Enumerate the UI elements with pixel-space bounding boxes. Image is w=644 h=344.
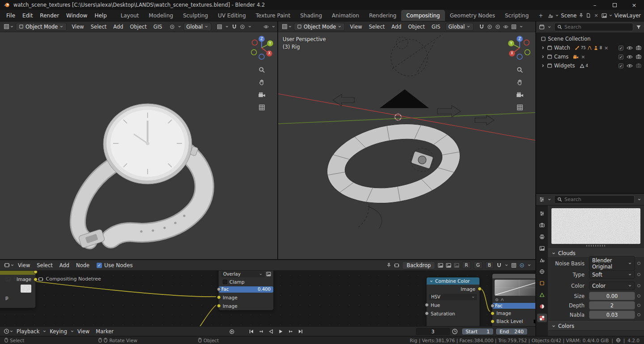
tab-compositing[interactable]: Compositing — [401, 10, 445, 21]
tab-rendering[interactable]: Rendering — [364, 10, 401, 21]
outliner-search[interactable] — [554, 23, 633, 31]
new-scene-icon[interactable] — [586, 13, 591, 18]
zoom-icon[interactable] — [258, 67, 265, 73]
texture-preview[interactable] — [551, 208, 640, 244]
menu-file[interactable]: File — [3, 10, 19, 21]
minimize-button[interactable]: – — [585, 0, 605, 10]
expand-icon[interactable] — [541, 63, 545, 68]
image-alpha-icon[interactable] — [446, 263, 451, 268]
jump-to-end-button[interactable] — [296, 328, 305, 336]
eye-icon[interactable] — [627, 63, 633, 68]
render-layers-node[interactable]: Image p — [0, 271, 36, 308]
tab-view-layer[interactable] — [537, 244, 547, 252]
jump-to-start-button[interactable] — [247, 328, 255, 336]
properties-search[interactable] — [554, 195, 635, 204]
curve-widget[interactable] — [495, 280, 535, 296]
socket-out[interactable] — [34, 271, 38, 274]
tab-modeling[interactable]: Modeling — [144, 10, 178, 21]
magnet-icon[interactable] — [496, 263, 502, 268]
tab-uv-editing[interactable]: UV Editing — [213, 10, 251, 21]
current-frame-field[interactable]: 3 — [416, 328, 450, 335]
viewlayer-selector[interactable]: ViewLayer — [602, 13, 641, 19]
menu-select[interactable]: Select — [88, 24, 110, 30]
pan-hand-icon[interactable] — [517, 79, 523, 86]
image-input-socket[interactable] — [217, 295, 221, 299]
viewport-right-canvas[interactable]: User Perspective (3) Rig Z Y X — [278, 32, 535, 259]
tab-object-data[interactable] — [537, 290, 547, 299]
menu-add[interactable]: Add — [388, 24, 404, 30]
menu-object[interactable]: Object — [405, 24, 428, 30]
pan-hand-icon[interactable] — [258, 79, 265, 86]
clamp-row[interactable]: Clamp — [219, 278, 273, 285]
magnet-icon[interactable] — [232, 24, 237, 29]
menu-marker[interactable]: Marker — [93, 328, 117, 335]
image-swap-icon[interactable] — [266, 272, 271, 277]
camera-view-icon[interactable] — [516, 92, 524, 98]
unlink-scene-icon[interactable]: × — [593, 13, 599, 18]
pin-icon[interactable] — [386, 263, 391, 268]
outliner-search-input[interactable] — [564, 24, 630, 30]
xray-toggle-icon[interactable] — [511, 24, 517, 29]
image-input-socket[interactable] — [217, 304, 221, 308]
blend-mode-dropdown[interactable]: Overlay — [221, 271, 265, 277]
menu-view[interactable]: View — [68, 24, 87, 30]
parent-tree-icon[interactable] — [394, 263, 399, 268]
navigation-gizmo[interactable]: Z Y X — [507, 35, 533, 61]
properties-search-input[interactable] — [564, 197, 631, 202]
curve-handle-icon[interactable] — [500, 298, 504, 302]
backdrop-button[interactable]: Backdrop — [402, 261, 435, 269]
show-overlays-icon[interactable] — [503, 24, 508, 29]
menu-gis[interactable]: GIS — [428, 24, 444, 30]
tab-scene[interactable] — [537, 256, 547, 264]
animate-dot[interactable] — [635, 262, 642, 265]
menu-edit[interactable]: Edit — [19, 10, 36, 21]
navigation-gizmo[interactable]: Z Y X — [249, 35, 275, 61]
next-keyframe-button[interactable] — [286, 328, 295, 336]
frame-end-field[interactable]: End 240 — [496, 328, 528, 335]
image-type-icon[interactable] — [438, 263, 443, 268]
tab-texture-paint[interactable]: Texture Paint — [251, 10, 295, 21]
orientation-dropdown[interactable]: Global — [183, 23, 212, 31]
menu-view[interactable]: View — [74, 328, 93, 335]
filter-icon[interactable] — [636, 25, 641, 30]
tab-tool[interactable] — [537, 209, 547, 218]
color-mode-dropdown[interactable]: HSV — [429, 294, 477, 300]
camera-view-icon[interactable] — [258, 92, 266, 98]
orthographic-toggle-icon[interactable] — [258, 104, 265, 111]
combine-color-node[interactable]: Combine Color Image HSV Hue — [426, 277, 480, 327]
outliner-editor-icon[interactable] — [539, 24, 545, 30]
outliner-row-scene-collection[interactable]: Scene Collection — [536, 34, 644, 43]
mode-dropdown[interactable]: Object Mode — [16, 23, 67, 31]
properties-editor-icon[interactable] — [539, 197, 545, 202]
menu-render[interactable]: Render — [36, 10, 63, 21]
tab-sculpting[interactable]: Sculpting — [178, 10, 213, 21]
menu-view[interactable]: View — [15, 262, 33, 268]
scene-selector[interactable]: Scene — [548, 13, 576, 19]
animate-dot[interactable] — [635, 294, 642, 298]
magnet-icon[interactable] — [479, 24, 484, 29]
menu-gis[interactable]: GIS — [150, 24, 165, 30]
fac-slider[interactable]: Fac — [492, 303, 535, 309]
editor-type-icon[interactable] — [4, 24, 9, 29]
maximize-button[interactable] — [605, 0, 624, 10]
animate-dot[interactable] — [635, 273, 642, 276]
mode-dropdown[interactable]: Object Mode — [294, 23, 345, 31]
fac-socket[interactable] — [491, 304, 495, 308]
compositor-canvas[interactable]: Scene Compositing Nodetree Image p — [0, 271, 535, 327]
animate-dot[interactable] — [635, 313, 642, 316]
camera-icon[interactable] — [636, 63, 641, 68]
show-overlays-icon[interactable] — [263, 24, 269, 29]
type-dropdown[interactable]: Soft — [589, 270, 635, 279]
checkbox-icon[interactable]: ✓ — [619, 55, 623, 59]
snap-grid-icon[interactable] — [511, 263, 517, 268]
menu-select[interactable]: Select — [34, 262, 55, 268]
depth-field[interactable]: 2 — [589, 301, 635, 310]
snap-target-icon[interactable] — [217, 24, 222, 29]
value-input-socket[interactable] — [425, 303, 429, 307]
orientation-dropdown[interactable]: Global — [445, 23, 474, 31]
colors-panel-header[interactable]: Colors — [548, 321, 644, 331]
noise-basis-dropdown[interactable]: Blender Original — [589, 256, 635, 271]
channel-r-button[interactable]: R — [462, 261, 470, 269]
overlay-toggle-icon[interactable] — [519, 263, 525, 268]
tab-output[interactable] — [537, 232, 547, 241]
